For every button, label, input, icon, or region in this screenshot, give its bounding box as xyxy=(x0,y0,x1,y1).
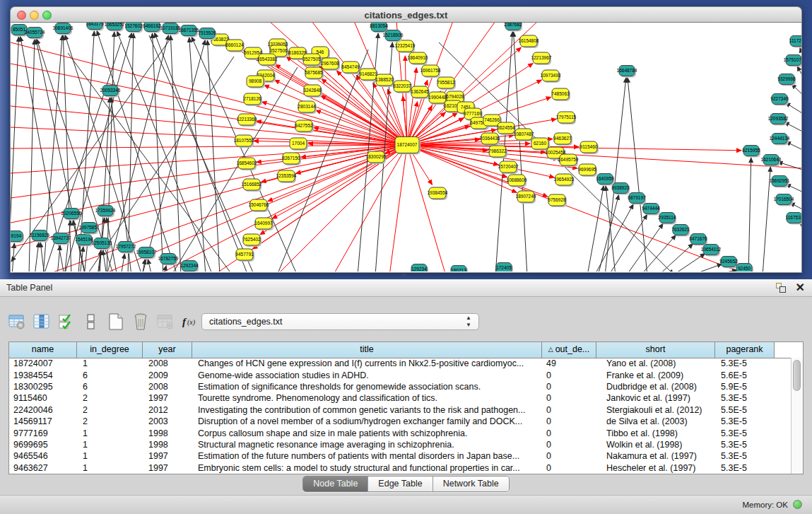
column-header-title[interactable]: title xyxy=(192,342,542,358)
table-row[interactable]: 977716911998Corpus callosum shape and si… xyxy=(9,427,792,438)
svg-text:10654112: 10654112 xyxy=(701,247,722,252)
column-header-pagerank[interactable]: pagerank xyxy=(715,342,775,358)
svg-text:7632621: 7632621 xyxy=(671,227,690,232)
table-body: 1872400712008Changes of HCN gene express… xyxy=(9,358,792,474)
cell-year: 1998 xyxy=(143,428,192,438)
table-row[interactable]: 1938455462009Genome-wide association stu… xyxy=(9,369,792,380)
svg-text:(x): (x) xyxy=(187,318,196,327)
table-row[interactable]: 969969511998Structural magnetic resonanc… xyxy=(9,439,792,450)
svg-text:1362645: 1362645 xyxy=(411,89,429,94)
svg-text:17359924: 17359924 xyxy=(95,208,116,213)
function-builder-icon[interactable]: f(x) xyxy=(182,313,199,331)
svg-text:7955812: 7955812 xyxy=(437,80,455,85)
float-window-icon[interactable] xyxy=(776,283,787,293)
table-row[interactable]: 1830029562008Estimation of significance … xyxy=(9,381,792,392)
table-settings-icon[interactable] xyxy=(8,313,25,331)
table-panel-title: Table Panel xyxy=(6,283,52,293)
cell-pagerank: 5.3E-5 xyxy=(715,393,775,403)
column-header-in_degree[interactable]: in_degree xyxy=(77,342,143,358)
select-columns-icon[interactable] xyxy=(33,313,50,331)
svg-text:18640910: 18640910 xyxy=(408,55,428,60)
svg-text:16543382: 16543382 xyxy=(257,57,278,62)
cell-year: 2008 xyxy=(143,358,192,368)
network-window-titlebar[interactable]: citations_edges.txt xyxy=(10,6,802,23)
cell-title: Investigating the contribution of common… xyxy=(192,405,542,415)
tab-node-table[interactable]: Node Table xyxy=(303,477,368,491)
delete-columns-icon[interactable] xyxy=(132,313,149,331)
network-view-window[interactable]: citations_edges.txt 18724007183002957663… xyxy=(10,6,802,273)
create-column-icon[interactable] xyxy=(107,313,124,331)
citation-network-graph: 1872400718300295766382286601245912954132… xyxy=(11,23,801,271)
column-header-filler[interactable] xyxy=(775,342,792,358)
cell-pagerank: 5.5E-5 xyxy=(715,405,775,415)
table-tab-bar: Node TableEdge TableNetwork Table xyxy=(0,476,812,493)
svg-text:9227349: 9227349 xyxy=(770,96,789,101)
cell-short: Franke et al. (2009) xyxy=(596,370,715,380)
import-table-disabled-icon[interactable] xyxy=(157,313,174,331)
table-row[interactable]: 911546021997Tourette syndrome. Phenomeno… xyxy=(9,392,792,404)
cell-in_degree: 2 xyxy=(77,416,143,426)
table-row[interactable]: 946554611997Estimation of the future num… xyxy=(9,450,792,462)
svg-text:18300295: 18300295 xyxy=(366,154,387,159)
cell-name: 22420046 xyxy=(9,405,77,415)
cell-title: Estimation of significance thresholds fo… xyxy=(192,382,542,392)
svg-text:2387682: 2387682 xyxy=(504,23,522,27)
svg-text:7986322: 7986322 xyxy=(488,148,507,153)
scrollbar-thumb[interactable] xyxy=(793,360,801,391)
svg-text:9463627: 9463627 xyxy=(553,136,572,141)
table-selector-value: citations_edges.txt xyxy=(209,317,283,327)
status-bar: Memory: OK xyxy=(0,495,812,514)
cell-out_de...: 0 xyxy=(542,405,596,415)
table-row[interactable]: 1456911722003Disruption of a novel membe… xyxy=(9,416,792,427)
cell-out_de...: 0 xyxy=(542,393,596,403)
svg-text:746266: 746266 xyxy=(484,117,500,122)
svg-text:16648784: 16648784 xyxy=(617,68,637,73)
tab-edge-table[interactable]: Edge Table xyxy=(368,477,433,491)
cell-out_de...: 0 xyxy=(542,428,596,438)
close-icon[interactable]: ✕ xyxy=(796,281,805,294)
svg-text:30691406: 30691406 xyxy=(53,25,73,30)
svg-text:17975115: 17975115 xyxy=(556,115,577,119)
svg-text:9457791: 9457791 xyxy=(235,252,254,257)
cell-year: 1997 xyxy=(143,393,192,403)
cell-in_degree: 6 xyxy=(77,370,143,380)
network-canvas[interactable]: 1872400718300295766382286601245912954132… xyxy=(10,23,802,273)
svg-text:172405: 172405 xyxy=(496,265,512,270)
row-height-icon[interactable] xyxy=(83,313,100,331)
svg-text:15692951: 15692951 xyxy=(770,178,790,183)
column-header-name[interactable]: name xyxy=(9,342,77,358)
cell-out_de...: 0 xyxy=(542,416,596,426)
svg-text:1640997: 1640997 xyxy=(254,221,273,226)
cell-year: 1997 xyxy=(143,463,192,473)
svg-text:1990448: 1990448 xyxy=(428,95,447,100)
splitter-grip[interactable]: ⌃ xyxy=(401,273,406,281)
svg-text:9699695: 9699695 xyxy=(578,167,596,172)
column-header-short[interactable]: short xyxy=(596,342,715,358)
table-row[interactable]: 2242004622012Investigating the contribut… xyxy=(9,404,792,416)
table-row[interactable]: 946362711997Embryonic stem cells: a mode… xyxy=(9,462,792,474)
svg-text:20053346: 20053346 xyxy=(100,88,121,93)
svg-text:2803144: 2803144 xyxy=(298,104,316,109)
svg-text:9115460: 9115460 xyxy=(580,144,598,149)
table-row[interactable]: 1872400712008Changes of HCN gene express… xyxy=(9,358,792,369)
cell-in_degree: 1 xyxy=(77,451,143,461)
svg-text:20364436: 20364436 xyxy=(480,136,500,141)
column-header-out_de...[interactable]: △out_de... xyxy=(542,342,596,358)
svg-text:8660124: 8660124 xyxy=(225,42,244,47)
select-all-rows-icon[interactable] xyxy=(58,313,75,331)
svg-text:18907249: 18907249 xyxy=(516,194,536,199)
column-header-year[interactable]: year xyxy=(143,342,192,358)
svg-text:1292344: 1292344 xyxy=(180,263,199,268)
svg-text:3624554: 3624554 xyxy=(497,125,515,130)
svg-text:12213967: 12213967 xyxy=(531,55,552,60)
cell-out_de...: 0 xyxy=(542,463,596,473)
svg-text:9245652: 9245652 xyxy=(719,259,738,264)
svg-text:18724007: 18724007 xyxy=(397,142,418,147)
svg-text:15046766: 15046766 xyxy=(249,202,269,207)
table-selector-dropdown[interactable]: citations_edges.txt ▲▼ xyxy=(201,313,479,330)
tab-network-table[interactable]: Network Table xyxy=(433,477,509,491)
cell-year: 1997 xyxy=(143,451,192,461)
vertical-scrollbar[interactable] xyxy=(791,358,803,474)
sort-ascending-icon: △ xyxy=(548,342,553,357)
svg-text:3527506: 3527506 xyxy=(269,48,288,53)
